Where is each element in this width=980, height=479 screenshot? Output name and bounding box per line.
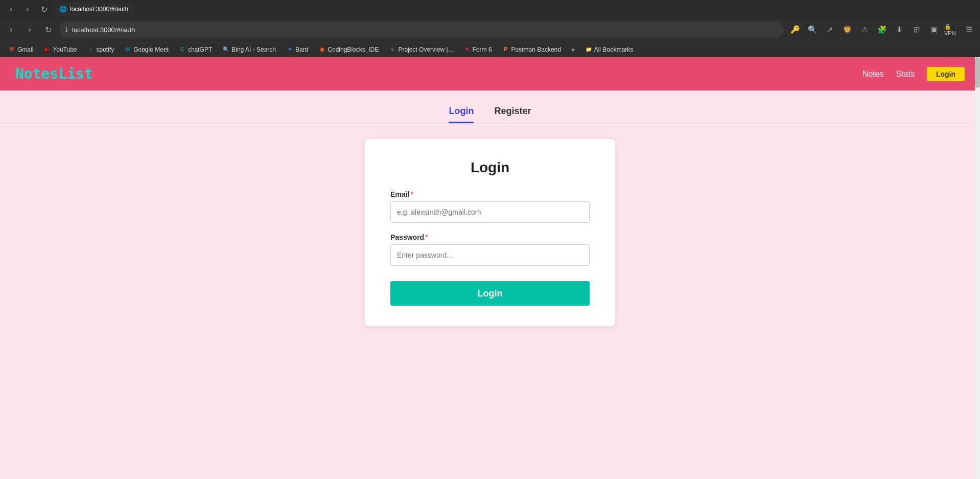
spotify-favicon: ♪ [87, 46, 95, 53]
app-logo[interactable]: NotesList [15, 65, 93, 82]
vpn-icon[interactable]: 🔒 VPN [944, 22, 959, 37]
extensions-icon[interactable]: 🧩 [875, 22, 889, 37]
bookmark-bing[interactable]: 🔍 Bing AI - Search [218, 45, 280, 54]
nav-notes[interactable]: Notes [862, 70, 884, 79]
split-icon[interactable]: ⊞ [909, 22, 924, 37]
back-button[interactable]: ‹ [4, 2, 18, 16]
bookmark-meet-label: Google Meet [133, 46, 169, 53]
password-required: * [425, 233, 428, 241]
tab-login[interactable]: Login [449, 106, 474, 123]
bookmark-all[interactable]: 📁 All Bookmarks [581, 45, 638, 54]
address-bar[interactable]: ℹ localhost:3000/#/auth [59, 21, 784, 38]
key-icon[interactable]: 🔑 [788, 22, 802, 37]
more-bookmarks-label: » [571, 46, 575, 53]
menu-icon[interactable]: ☰ [962, 22, 976, 37]
tab-title: localhost:3000/#/auth [70, 6, 128, 13]
browser-back[interactable]: ‹ [4, 22, 18, 37]
warning-icon[interactable]: ⚠ [857, 22, 872, 37]
gmail-favicon: M [8, 46, 15, 53]
reload-button[interactable]: ↻ [37, 2, 51, 16]
email-label: Email* [390, 190, 590, 198]
form-title: Login [390, 159, 590, 176]
bookmark-form6[interactable]: ✎ Form 6 [459, 45, 496, 54]
bookmark-meet[interactable]: M Google Meet [120, 45, 173, 54]
scrollbar[interactable] [975, 57, 980, 479]
auth-tabs: Login Register [0, 106, 980, 124]
login-submit-button[interactable]: Login [390, 281, 590, 306]
zoom-icon[interactable]: 🔍 [805, 22, 820, 37]
bookmark-gmail-label: Gmail [17, 46, 33, 53]
browser-toolbar: ‹ › ↻ ℹ localhost:3000/#/auth 🔑 🔍 ↗ 🦁 ⚠ … [0, 18, 980, 41]
brave-icon[interactable]: 🦁 [840, 22, 854, 37]
login-form-card: Login Email* Password* Login [365, 139, 615, 326]
nav-login-button[interactable]: Login [927, 67, 965, 81]
email-required: * [410, 190, 413, 198]
bookmark-codingblocks-label: CodingBlocks_IDE [328, 46, 379, 53]
youtube-favicon: ▶ [43, 46, 51, 53]
bookmark-youtube[interactable]: ▶ YouTube [39, 45, 81, 54]
password-input[interactable] [390, 244, 590, 266]
bookmark-spotify[interactable]: ♪ spotify [83, 45, 119, 54]
bookmarks-bar: M Gmail ▶ YouTube ♪ spotify M Google Mee… [0, 41, 980, 57]
bookmark-bard-label: Bard [295, 46, 308, 53]
bookmark-spotify-label: spotify [97, 46, 114, 53]
download-icon[interactable]: ⬇ [892, 22, 906, 37]
meet-favicon: M [124, 46, 131, 53]
email-form-group: Email* [390, 190, 590, 223]
bookmark-all-label: All Bookmarks [594, 46, 634, 53]
bookmark-bard[interactable]: ✦ Bard [282, 45, 312, 54]
share-icon[interactable]: ↗ [823, 22, 837, 37]
sidebar-icon[interactable]: ▣ [927, 22, 941, 37]
browser-reload[interactable]: ↻ [41, 22, 55, 37]
app-nav: Notes Stats Login [862, 67, 965, 81]
password-label: Password* [390, 233, 590, 241]
app-header: NotesList Notes Stats Login [0, 57, 980, 90]
postman-favicon: P [502, 46, 509, 53]
project-favicon: ◆ [389, 46, 396, 53]
browser-chrome: ‹ › ↻ 🌐 localhost:3000/#/auth ‹ › ↻ ℹ lo… [0, 0, 980, 57]
bookmark-project-label: Project Overview |... [398, 46, 453, 53]
lock-icon: ℹ [65, 26, 68, 33]
bookmark-bing-label: Bing AI - Search [231, 46, 276, 53]
bookmark-youtube-label: YouTube [53, 46, 77, 53]
bookmark-more[interactable]: » [567, 45, 579, 54]
folder-icon: 📁 [585, 46, 592, 53]
tab-favicon: 🌐 [59, 6, 67, 13]
forward-button[interactable]: › [20, 2, 35, 16]
bard-favicon: ✦ [286, 46, 293, 53]
url-text: localhost:3000/#/auth [72, 26, 135, 34]
chatgpt-favicon: C [179, 46, 186, 53]
scrollbar-thumb[interactable] [975, 57, 980, 88]
bookmark-postman[interactable]: P Postman Backend [498, 45, 565, 54]
browser-forward[interactable]: › [22, 22, 37, 37]
bookmark-chatgpt[interactable]: C chatGPT [175, 45, 216, 54]
bookmark-form6-label: Form 6 [473, 46, 492, 53]
password-form-group: Password* [390, 233, 590, 266]
toolbar-icons: 🔑 🔍 ↗ 🦁 ⚠ 🧩 ⬇ ⊞ ▣ 🔒 VPN ☰ [788, 22, 976, 37]
email-input[interactable] [390, 201, 590, 223]
bookmark-chatgpt-label: chatGPT [188, 46, 212, 53]
bookmark-postman-label: Postman Backend [511, 46, 561, 53]
bookmark-codingblocks[interactable]: ◉ CodingBlocks_IDE [314, 45, 383, 54]
page-content: Login Register Login Email* Password* Lo… [0, 90, 980, 479]
codingblocks-favicon: ◉ [318, 46, 325, 53]
browser-tabs: ‹ › ↻ 🌐 localhost:3000/#/auth [0, 0, 980, 18]
form6-favicon: ✎ [463, 46, 471, 53]
bing-favicon: 🔍 [222, 46, 229, 53]
nav-stats[interactable]: Stats [896, 70, 914, 79]
tab-register[interactable]: Register [494, 106, 531, 123]
bookmark-gmail[interactable]: M Gmail [4, 45, 37, 54]
bookmark-project[interactable]: ◆ Project Overview |... [385, 45, 457, 54]
active-tab[interactable]: 🌐 localhost:3000/#/auth [53, 2, 134, 16]
